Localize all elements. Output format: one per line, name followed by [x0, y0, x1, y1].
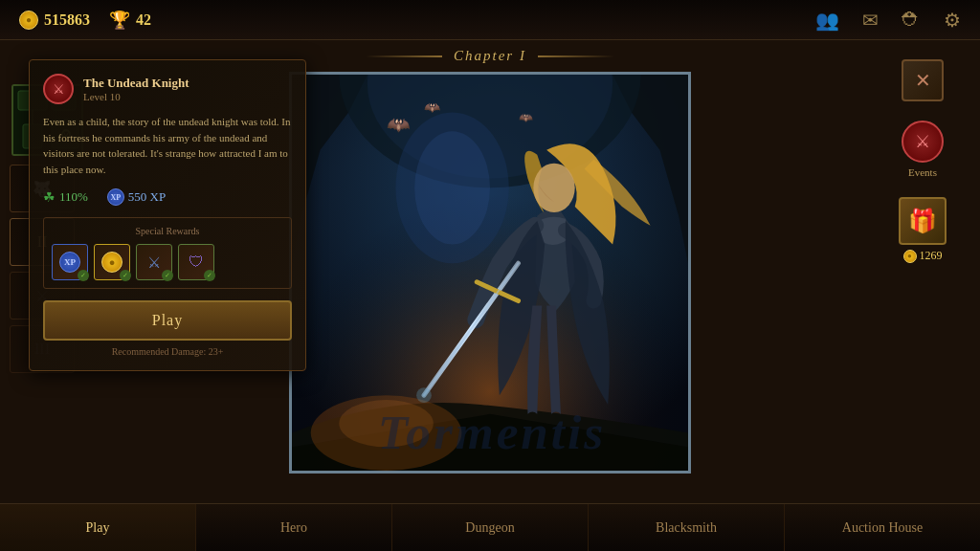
bottom-nav: Play Hero Dungeon Blacksmith Auction Hou… — [0, 503, 980, 551]
reward-item2-check: ✓ — [204, 270, 215, 281]
trophy-display: 🏆 42 — [109, 10, 151, 31]
quest-header: ⚔ The Undead Knight Level 10 — [43, 74, 292, 104]
chest-coin-icon: ● — [903, 250, 917, 263]
reward-xp-check: ✓ — [78, 270, 89, 281]
chest-icon[interactable]: 🎁 — [899, 197, 947, 245]
topbar: ● 515863 🏆 42 👥 ✉ ⛑ ⚙ — [0, 0, 980, 40]
nav-hero[interactable]: Hero — [196, 504, 392, 551]
reward-coin-check: ✓ — [120, 270, 131, 281]
quest-level: Level 10 — [83, 91, 189, 102]
clover-icon: ☘ — [43, 189, 56, 206]
nav-dungeon[interactable]: Dungeon — [392, 504, 589, 551]
events-icon[interactable]: ⚔ — [902, 121, 944, 163]
reward-coin-icon: ● — [101, 252, 122, 273]
svg-text:Tormentis: Tormentis — [378, 405, 606, 459]
svg-point-14 — [414, 131, 490, 244]
nav-auction[interactable]: Auction House — [785, 504, 980, 551]
quest-stats: ☘ 110% XP 550 XP — [43, 188, 292, 206]
main-area: 🐺 II ⚔ III Chapter I — [0, 40, 980, 503]
trophy-count: 42 — [136, 11, 151, 29]
coin-icon: ● — [19, 11, 38, 30]
reward-item1-check: ✓ — [162, 270, 173, 281]
quest-description: Even as a child, the story of the undead… — [43, 114, 292, 177]
topbar-left: ● 515863 🏆 42 — [19, 10, 151, 31]
chapter-line-left — [366, 55, 442, 57]
luck-value: 110% — [59, 189, 88, 205]
special-rewards-section: Special Rewards XP ✓ ● ✓ ⚔ ✓ 🛡 ✓ — [43, 217, 292, 289]
chapter-header: Chapter I — [366, 48, 614, 64]
nav-hero-label: Hero — [280, 520, 307, 536]
quest-panel: ⚔ The Undead Knight Level 10 Even as a c… — [29, 59, 306, 371]
chapter-title: Chapter I — [454, 48, 526, 64]
chapter-line: Chapter I — [366, 48, 614, 64]
rewards-items: XP ✓ ● ✓ ⚔ ✓ 🛡 ✓ — [52, 244, 283, 280]
nav-play-label: Play — [86, 520, 110, 536]
xp-icon: XP — [107, 188, 124, 206]
svg-text:🦇: 🦇 — [424, 99, 441, 116]
events-section: ⚔ Events — [902, 121, 944, 178]
gold-display: ● 515863 — [19, 11, 90, 30]
reward-coin: ● ✓ — [94, 244, 130, 280]
play-button[interactable]: Play — [43, 300, 292, 341]
svg-point-20 — [533, 164, 574, 212]
svg-point-25 — [416, 387, 432, 403]
mail-icon[interactable]: ✉ — [862, 9, 879, 32]
right-panel: ✕ ⚔ Events 🎁 ● 1269 — [884, 59, 961, 263]
reward-xp-icon: XP — [59, 252, 80, 273]
gold-amount: 515863 — [44, 11, 90, 29]
dungeon-scene-svg: 🦇 🦇 🦇 — [292, 75, 688, 471]
chapter-line-right — [538, 55, 614, 57]
xp-display: XP 550 XP — [107, 188, 166, 206]
recommended-text: Recommended Damage: 23+ — [43, 346, 292, 357]
close-button[interactable]: ✕ — [902, 59, 944, 101]
chest-section: 🎁 ● 1269 — [899, 197, 947, 263]
helmet-icon[interactable]: ⛑ — [902, 9, 921, 31]
dungeon-image: 🦇 🦇 🦇 — [289, 72, 691, 474]
reward-xp: XP ✓ — [52, 244, 88, 280]
nav-blacksmith-label: Blacksmith — [656, 520, 717, 536]
friends-icon[interactable]: 👥 — [815, 9, 839, 32]
reward-item-2: 🛡 ✓ — [178, 244, 214, 280]
reward-item2-icon: 🛡 — [189, 253, 204, 271]
topbar-right: 👥 ✉ ⛑ ⚙ — [815, 9, 961, 32]
rewards-label: Special Rewards — [52, 226, 283, 236]
reward-item1-icon: ⚔ — [147, 253, 161, 272]
gear-icon[interactable]: ⚙ — [944, 9, 961, 32]
events-label: Events — [908, 166, 937, 178]
luck-display: ☘ 110% — [43, 189, 88, 206]
nav-blacksmith[interactable]: Blacksmith — [589, 504, 785, 551]
nav-dungeon-label: Dungeon — [465, 520, 514, 536]
nav-play[interactable]: Play — [0, 504, 196, 551]
quest-title: The Undead Knight — [83, 76, 189, 91]
reward-item-1: ⚔ ✓ — [136, 244, 172, 280]
xp-value: 550 XP — [128, 189, 166, 205]
svg-text:🦇: 🦇 — [519, 111, 533, 124]
quest-title-block: The Undead Knight Level 10 — [83, 76, 189, 102]
trophy-icon: 🏆 — [109, 10, 130, 31]
nav-auction-label: Auction House — [842, 520, 923, 536]
quest-icon: ⚔ — [43, 74, 74, 104]
chest-currency: ● 1269 — [903, 249, 943, 263]
chest-amount: 1269 — [920, 249, 943, 263]
svg-text:🦇: 🦇 — [387, 113, 411, 136]
